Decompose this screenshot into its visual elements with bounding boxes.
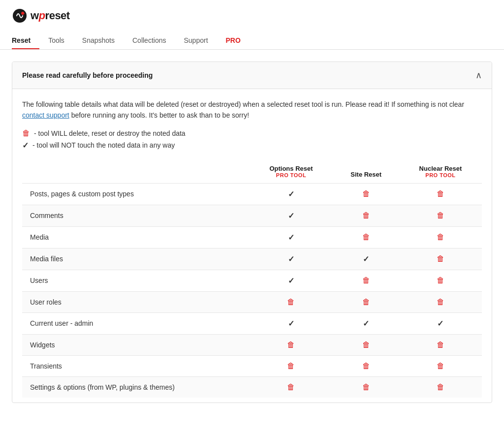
chevron-up-icon: ∧: [475, 70, 482, 81]
row-label: Comments: [22, 205, 249, 226]
table-row: Settings & options (from WP, plugins & t…: [22, 376, 482, 398]
info-box-title: Please read carefully before proceeding: [22, 71, 153, 79]
row-label: Media: [22, 226, 249, 248]
table-row: Transients🗑🗑🗑: [22, 355, 482, 376]
legend-check-item: ✓ - tool will NOT touch the noted data i…: [22, 141, 482, 150]
row-site_reset: 🗑: [333, 270, 399, 291]
trash-icon: 🗑: [437, 189, 444, 198]
info-box: Please read carefully before proceeding …: [12, 62, 492, 403]
row-options_reset: 🗑: [249, 291, 333, 312]
row-options_reset: ✓: [249, 248, 333, 270]
row-site_reset: 🗑: [333, 334, 399, 355]
col-header-site-reset: Site Reset: [333, 160, 399, 184]
col-header-nuclear-reset: Nuclear Reset PRO TOOL: [399, 160, 482, 184]
col-header-item: [22, 160, 249, 184]
row-nuclear_reset: 🗑: [399, 291, 482, 312]
row-site_reset: 🗑: [333, 226, 399, 248]
nav-item-pro[interactable]: PRO: [217, 31, 250, 49]
check-legend-icon: ✓: [22, 141, 29, 150]
row-nuclear_reset: 🗑: [399, 205, 482, 226]
table-row: Users✓🗑🗑: [22, 270, 482, 291]
trash-icon: 🗑: [437, 362, 444, 371]
row-nuclear_reset: 🗑: [399, 270, 482, 291]
table-row: Current user - admin✓✓✓: [22, 312, 482, 334]
trash-icon: 🗑: [362, 383, 370, 392]
legend-trash-text: - tool WILL delete, reset or destroy the…: [34, 129, 186, 137]
check-icon: ✓: [288, 319, 294, 328]
legend-trash-item: 🗑 - tool WILL delete, reset or destroy t…: [22, 129, 482, 138]
check-icon: ✓: [437, 319, 443, 328]
trash-icon: 🗑: [362, 276, 370, 285]
trash-icon: 🗑: [362, 189, 370, 198]
row-nuclear_reset: ✓: [399, 312, 482, 334]
logo-text: wpreset: [31, 9, 70, 22]
row-site_reset: 🗑: [333, 291, 399, 312]
table-row: Posts, pages & custom post types✓🗑🗑: [22, 183, 482, 205]
check-icon: ✓: [288, 233, 294, 242]
trash-icon: 🗑: [362, 298, 370, 307]
logo: wpreset: [12, 8, 492, 24]
info-paragraph: The following table details what data wi…: [22, 99, 482, 121]
logo-icon: [12, 8, 28, 24]
nav-item-tools[interactable]: Tools: [39, 31, 73, 49]
trash-icon: 🗑: [362, 233, 370, 242]
check-icon: ✓: [288, 212, 294, 220]
check-icon: ✓: [363, 255, 369, 263]
table-row: Media✓🗑🗑: [22, 226, 482, 248]
trash-icon: 🗑: [362, 211, 370, 220]
info-box-body: The following table details what data wi…: [12, 89, 492, 402]
col-header-options-reset: Options Reset PRO TOOL: [249, 160, 333, 184]
trash-icon: 🗑: [287, 362, 295, 371]
row-label: Users: [22, 270, 249, 291]
header: wpreset ResetToolsSnapshotsCollectionsSu…: [0, 0, 504, 50]
row-site_reset: ✓: [333, 248, 399, 270]
row-nuclear_reset: 🗑: [399, 248, 482, 270]
row-nuclear_reset: 🗑: [399, 376, 482, 398]
info-box-header[interactable]: Please read carefully before proceeding …: [12, 62, 492, 89]
nav-item-support[interactable]: Support: [175, 31, 217, 49]
trash-icon: 🗑: [437, 276, 444, 285]
row-options_reset: ✓: [249, 226, 333, 248]
nav-item-reset[interactable]: Reset: [12, 31, 39, 49]
nav-item-snapshots[interactable]: Snapshots: [73, 31, 124, 49]
legend-check-text: - tool will NOT touch the noted data in …: [32, 141, 175, 149]
row-site_reset: 🗑: [333, 376, 399, 398]
row-nuclear_reset: 🗑: [399, 226, 482, 248]
trash-icon: 🗑: [287, 383, 295, 392]
row-label: Media files: [22, 248, 249, 270]
row-options_reset: 🗑: [249, 355, 333, 376]
trash-icon: 🗑: [362, 340, 370, 349]
row-options_reset: 🗑: [249, 334, 333, 355]
trash-icon: 🗑: [362, 362, 370, 371]
row-options_reset: ✓: [249, 183, 333, 205]
table-row: Comments✓🗑🗑: [22, 205, 482, 226]
trash-icon: 🗑: [437, 233, 444, 242]
row-label: User roles: [22, 291, 249, 312]
reset-table: Options Reset PRO TOOL Site Reset: [22, 160, 482, 398]
check-icon: ✓: [288, 255, 294, 263]
table-row: Media files✓✓🗑: [22, 248, 482, 270]
table-row: Widgets🗑🗑🗑: [22, 334, 482, 355]
row-site_reset: 🗑: [333, 355, 399, 376]
row-options_reset: ✓: [249, 270, 333, 291]
row-site_reset: 🗑: [333, 205, 399, 226]
row-site_reset: 🗑: [333, 183, 399, 205]
check-icon: ✓: [288, 190, 294, 198]
contact-support-link[interactable]: contact support: [22, 111, 69, 119]
main-nav: ResetToolsSnapshotsCollectionsSupportPRO: [12, 31, 492, 49]
row-label: Settings & options (from WP, plugins & t…: [22, 376, 249, 398]
check-icon: ✓: [288, 277, 294, 285]
row-label: Transients: [22, 355, 249, 376]
row-nuclear_reset: 🗑: [399, 355, 482, 376]
trash-legend-icon: 🗑: [22, 129, 30, 138]
row-options_reset: ✓: [249, 205, 333, 226]
nav-item-collections[interactable]: Collections: [124, 31, 175, 49]
trash-icon: 🗑: [437, 254, 444, 263]
trash-icon: 🗑: [287, 340, 295, 349]
trash-icon: 🗑: [287, 298, 295, 307]
row-label: Current user - admin: [22, 312, 249, 334]
main-content: Please read carefully before proceeding …: [0, 50, 504, 415]
check-icon: ✓: [363, 319, 369, 328]
trash-icon: 🗑: [437, 383, 444, 392]
row-label: Widgets: [22, 334, 249, 355]
